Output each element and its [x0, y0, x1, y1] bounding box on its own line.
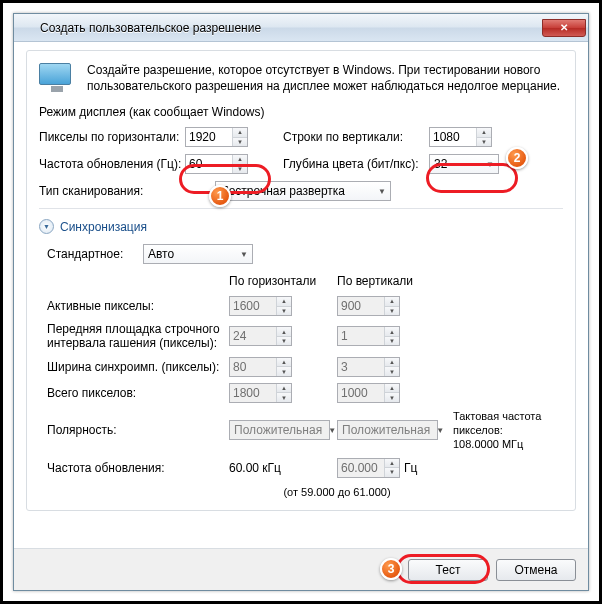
depth-select[interactable]: 32 ▼	[429, 154, 499, 174]
hpixels-spinner[interactable]: ▲▼	[185, 127, 248, 147]
active-h-spinner: ▲▼	[229, 296, 292, 316]
sync-expander[interactable]: ▼ Синхронизация	[39, 219, 563, 234]
refresh-label: Частота обновления (Гц):	[39, 157, 179, 171]
spin-up-icon[interactable]: ▲	[233, 128, 247, 138]
std-label: Стандартное:	[47, 247, 133, 261]
vlines-spinner[interactable]: ▲▼	[429, 127, 492, 147]
test-button[interactable]: Тест	[408, 559, 488, 581]
col-vertical: По вертикали	[337, 274, 445, 290]
window-title: Создать пользовательское разрешение	[40, 21, 542, 35]
dialog-window: Создать пользовательское разрешение ✕ Со…	[13, 13, 589, 591]
chevron-down-icon: ▼	[372, 187, 386, 196]
fporch-v-spinner: ▲▼	[337, 326, 400, 346]
hpixels-label: Пикселы по горизонтали:	[39, 130, 179, 144]
refresh2-v-spinner: ▲▼	[337, 458, 400, 478]
clock-label: Тактовая частота пикселов:	[453, 409, 563, 438]
syncw-v-spinner: ▲▼	[337, 357, 400, 377]
sync-header: Синхронизация	[60, 220, 147, 234]
spin-up-icon[interactable]: ▲	[233, 155, 247, 165]
syncw-label: Ширина синхроимп. (пикселы):	[47, 360, 229, 374]
refresh-spinner[interactable]: ▲▼	[185, 154, 248, 174]
fporch-label: Передняя площадка строчного интервала га…	[47, 322, 229, 351]
refresh2-h: 60.00 кГц	[229, 461, 337, 475]
hpixels-input[interactable]	[186, 128, 232, 146]
badge-3: 3	[380, 558, 402, 580]
syncw-h-spinner: ▲▼	[229, 357, 292, 377]
std-select[interactable]: Авто ▼	[143, 244, 253, 264]
spin-up-icon[interactable]: ▲	[477, 128, 491, 138]
polarity-label: Полярность:	[47, 423, 229, 437]
display-mode-title: Режим дисплея (как сообщает Windows)	[39, 105, 563, 119]
refresh-input[interactable]	[186, 155, 232, 173]
chevron-down-icon: ▼	[234, 250, 248, 259]
vlines-input[interactable]	[430, 128, 476, 146]
active-v-spinner: ▲▼	[337, 296, 400, 316]
polarity-h-select: Положительная▼	[229, 420, 330, 440]
vlines-label: Строки по вертикали:	[283, 130, 423, 144]
fporch-h-spinner: ▲▼	[229, 326, 292, 346]
cancel-button[interactable]: Отмена	[496, 559, 576, 581]
polarity-v-select: Положительная▼	[337, 420, 438, 440]
scan-label: Тип сканирования:	[39, 184, 179, 198]
refresh2-label: Частота обновления:	[47, 461, 229, 475]
chevron-down-icon: ▼	[39, 219, 54, 234]
total-h-spinner: ▲▼	[229, 383, 292, 403]
titlebar: Создать пользовательское разрешение ✕	[14, 14, 588, 42]
col-horizontal: По горизонтали	[229, 274, 337, 290]
close-button[interactable]: ✕	[542, 19, 586, 37]
intro-text: Создайте разрешение, которое отсутствует…	[87, 63, 563, 95]
spin-down-icon[interactable]: ▼	[477, 138, 491, 147]
total-v-spinner: ▲▼	[337, 383, 400, 403]
spin-down-icon[interactable]: ▼	[233, 165, 247, 174]
total-label: Всего пикселов:	[47, 386, 229, 400]
spin-down-icon[interactable]: ▼	[233, 138, 247, 147]
hz-label: Гц	[404, 461, 417, 475]
scan-select[interactable]: Построчная развертка ▼	[215, 181, 391, 201]
clock-value: 108.0000 МГц	[453, 437, 563, 451]
chevron-down-icon: ▼	[480, 160, 494, 169]
monitor-icon	[39, 63, 75, 95]
close-icon: ✕	[560, 23, 568, 33]
active-label: Активные пикселы:	[47, 299, 229, 313]
depth-label: Глубина цвета (бит/пкс):	[283, 157, 423, 171]
dialog-footer: Тест Отмена 3	[14, 548, 588, 590]
range-note: (от 59.000 до 61.000)	[229, 484, 445, 498]
